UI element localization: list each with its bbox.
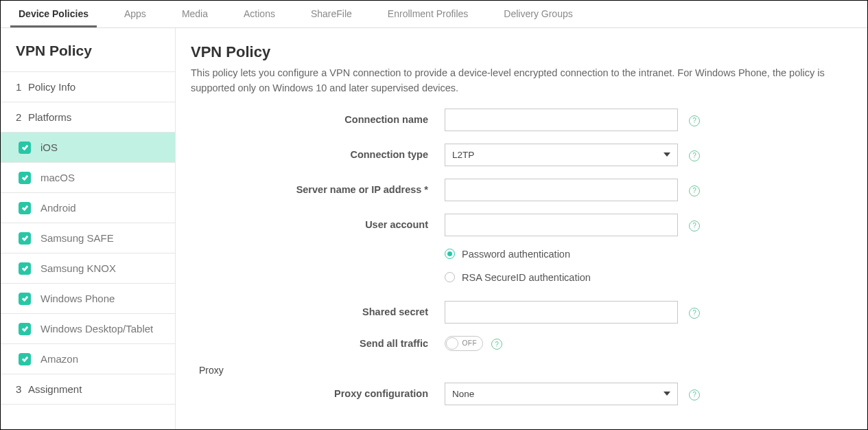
checkbox-icon[interactable]	[19, 142, 31, 154]
step-number: 2	[16, 111, 28, 123]
label-connection-type: Connection type	[191, 149, 445, 160]
sidebar-item-samsung-knox[interactable]: Samsung KNOX	[1, 253, 175, 284]
row-auth-password: Password authentication	[191, 249, 862, 260]
row-server: Server name or IP address * ?	[191, 179, 862, 201]
server-input[interactable]	[445, 179, 678, 201]
radio-label: RSA SecureID authentication	[462, 272, 591, 283]
tab-actions[interactable]: Actions	[226, 1, 293, 27]
page-title: VPN Policy	[191, 43, 862, 61]
sidebar-step-platforms[interactable]: 2 Platforms	[1, 102, 175, 133]
checkbox-icon[interactable]	[19, 232, 31, 245]
proxy-config-select[interactable]: None	[445, 383, 678, 405]
help-icon[interactable]: ?	[689, 185, 700, 196]
sidebar-item-android[interactable]: Android	[1, 193, 175, 223]
tab-device-policies[interactable]: Device Policies	[10, 1, 97, 27]
step-label: Assignment	[28, 383, 82, 395]
checkbox-icon[interactable]	[19, 353, 31, 365]
top-nav: Device Policies Apps Media Actions Share…	[1, 1, 867, 28]
sidebar-item-label: Samsung KNOX	[40, 262, 116, 274]
radio-rsa-auth[interactable]	[445, 272, 455, 282]
select-value: None	[452, 389, 474, 399]
send-all-traffic-toggle[interactable]: OFF	[445, 336, 483, 351]
label-user-account: User account	[191, 219, 445, 230]
user-account-input[interactable]	[445, 214, 678, 236]
label-server: Server name or IP address *	[191, 184, 445, 195]
sidebar-step-assignment[interactable]: 3 Assignment	[1, 374, 175, 405]
checkbox-icon[interactable]	[19, 202, 31, 214]
label-shared-secret: Shared secret	[191, 306, 445, 317]
sidebar-item-label: Android	[40, 202, 76, 214]
row-connection-type: Connection type L2TP ?	[191, 144, 862, 166]
checkbox-icon[interactable]	[19, 172, 31, 184]
help-icon[interactable]: ?	[689, 150, 700, 161]
toggle-state: OFF	[462, 339, 478, 347]
sidebar-item-label: Windows Phone	[40, 293, 115, 304]
row-auth-rsa: RSA SecureID authentication	[191, 272, 862, 283]
sidebar-item-ios[interactable]: iOS	[1, 133, 175, 163]
sidebar-item-label: Samsung SAFE	[40, 232, 114, 244]
sidebar: VPN Policy 1 Policy Info 2 Platforms iOS…	[1, 28, 176, 429]
step-label: Policy Info	[28, 81, 75, 93]
connection-name-input[interactable]	[445, 109, 678, 131]
label-connection-name: Connection name	[191, 114, 445, 125]
connection-type-select[interactable]: L2TP	[445, 144, 678, 166]
row-send-all-traffic: Send all traffic OFF ?	[191, 336, 862, 351]
help-icon[interactable]: ?	[689, 308, 700, 319]
chevron-down-icon	[664, 392, 670, 396]
select-value: L2TP	[452, 150, 474, 160]
shared-secret-input[interactable]	[445, 301, 678, 324]
tab-apps[interactable]: Apps	[106, 1, 164, 27]
radio-label: Password authentication	[462, 249, 570, 260]
label-send-all: Send all traffic	[191, 338, 445, 349]
step-label: Platforms	[28, 111, 71, 123]
sidebar-item-macos[interactable]: macOS	[1, 163, 175, 193]
tab-delivery-groups[interactable]: Delivery Groups	[486, 1, 590, 27]
sidebar-item-samsung-safe[interactable]: Samsung SAFE	[1, 223, 175, 253]
row-connection-name: Connection name ?	[191, 109, 862, 131]
checkbox-icon[interactable]	[19, 293, 31, 305]
toggle-knob	[446, 337, 458, 350]
tab-sharefile[interactable]: ShareFile	[293, 1, 370, 27]
row-shared-secret: Shared secret ?	[191, 301, 862, 324]
sidebar-item-label: iOS	[40, 142, 58, 153]
main-pane: VPN Policy This policy lets you configur…	[176, 28, 867, 429]
tab-enrollment-profiles[interactable]: Enrollment Profiles	[370, 1, 486, 27]
radio-password-auth[interactable]	[445, 249, 455, 259]
checkbox-icon[interactable]	[19, 262, 31, 275]
label-proxy-config: Proxy configuration	[191, 388, 445, 399]
proxy-section-label: Proxy	[199, 365, 862, 376]
tab-media[interactable]: Media	[164, 1, 226, 27]
row-proxy-config: Proxy configuration None ?	[191, 383, 862, 405]
help-icon[interactable]: ?	[689, 220, 700, 231]
step-number: 3	[16, 383, 28, 395]
sidebar-step-policy-info[interactable]: 1 Policy Info	[1, 72, 175, 102]
sidebar-item-label: macOS	[40, 172, 75, 183]
help-icon[interactable]: ?	[689, 389, 700, 400]
sidebar-item-label: Amazon	[40, 353, 78, 365]
page-description: This policy lets you configure a VPN con…	[191, 65, 862, 96]
sidebar-item-amazon[interactable]: Amazon	[1, 344, 175, 374]
sidebar-title: VPN Policy	[1, 28, 175, 72]
help-icon[interactable]: ?	[491, 339, 502, 350]
help-icon[interactable]: ?	[689, 115, 700, 126]
checkbox-icon[interactable]	[19, 323, 31, 335]
step-number: 1	[16, 81, 28, 93]
sidebar-item-label: Windows Desktop/Tablet	[40, 323, 153, 335]
row-user-account: User account ?	[191, 214, 862, 236]
chevron-down-icon	[664, 152, 670, 157]
sidebar-item-windows-desktop[interactable]: Windows Desktop/Tablet	[1, 314, 175, 344]
sidebar-item-windows-phone[interactable]: Windows Phone	[1, 284, 175, 314]
